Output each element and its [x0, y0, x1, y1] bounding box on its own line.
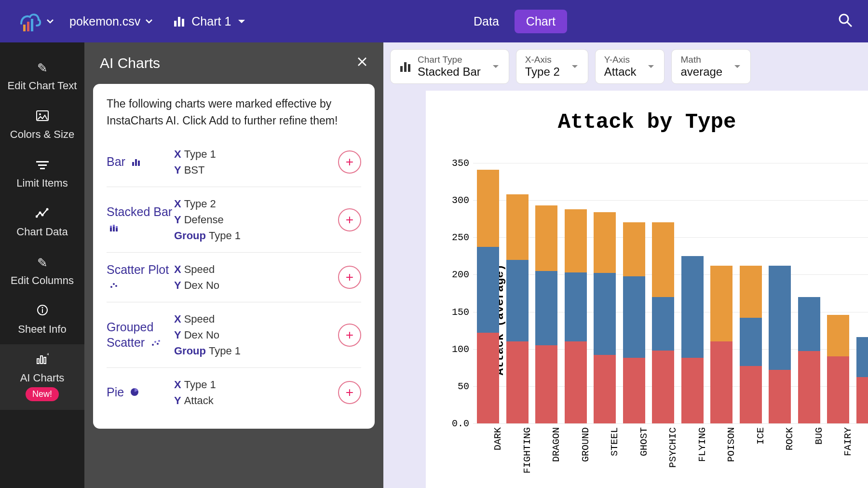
sidebar-limit-items[interactable]: Limit Items: [0, 149, 84, 198]
pie-icon: [130, 389, 139, 398]
svg-point-33: [110, 286, 112, 288]
svg-point-6: [840, 14, 848, 23]
bar-segment: [623, 276, 645, 358]
svg-rect-4: [178, 17, 180, 27]
bar-segment: [827, 315, 849, 356]
svg-rect-1: [27, 22, 29, 31]
bar-column: [681, 256, 704, 423]
chevron-down-icon: [237, 16, 246, 26]
svg-rect-10: [36, 161, 49, 163]
svg-point-39: [158, 340, 160, 342]
sidebar-ai-charts[interactable]: + AI Charts New!: [0, 344, 84, 410]
bar-segment: [506, 194, 529, 260]
ai-charts-panel: AI Charts The following charts were mark…: [84, 42, 383, 488]
sidebar-sheet-info[interactable]: Sheet Info: [0, 296, 84, 344]
add-suggestion-button[interactable]: +: [338, 324, 361, 347]
bar-segment: [740, 318, 762, 366]
bar-column: [769, 266, 791, 423]
bar-segment: [769, 370, 791, 423]
bar-segment: [740, 366, 762, 423]
chevron-down-icon: [733, 62, 742, 71]
bar-column: [798, 297, 820, 423]
add-suggestion-button[interactable]: +: [338, 266, 361, 289]
sidebar: ✎ Edit Chart Text Colors & Size Limit It…: [0, 42, 84, 488]
bar-segment: [710, 341, 732, 423]
x-tick-label: BUG: [814, 427, 825, 445]
y-axis-selector[interactable]: Y-AxisAttack: [595, 49, 665, 84]
chart-type-selector[interactable]: Chart TypeStacked Bar: [390, 49, 509, 84]
bar-segment: [798, 351, 820, 423]
search-button[interactable]: [837, 12, 854, 30]
y-tick-label: 350: [452, 158, 469, 169]
svg-rect-3: [174, 21, 176, 27]
bar-segment: [477, 333, 499, 423]
svg-rect-12: [40, 168, 45, 169]
svg-text:+: +: [47, 353, 49, 357]
bar-column: [535, 205, 557, 423]
x-tick-label: ICE: [755, 427, 766, 445]
gridline: [473, 200, 868, 201]
y-tick-label: 300: [452, 195, 469, 206]
image-icon: [36, 109, 49, 124]
x-tick-label: FLYING: [697, 427, 708, 462]
bar-column: [827, 315, 849, 423]
svg-rect-31: [116, 228, 118, 231]
pencil-icon: ✎: [37, 256, 48, 271]
stacked-bar-icon: [109, 224, 118, 233]
math-selector[interactable]: Mathaverage: [671, 49, 751, 84]
bar-segment: [594, 273, 616, 355]
app-logo[interactable]: [14, 10, 55, 32]
y-tick-label: 250: [452, 232, 469, 243]
info-icon: [37, 304, 48, 319]
tab-data[interactable]: Data: [462, 10, 511, 33]
svg-point-34: [113, 283, 115, 285]
svg-rect-26: [138, 161, 140, 166]
suggestion-name: Scatter Plot: [107, 262, 174, 293]
add-suggestion-button[interactable]: +: [338, 208, 361, 231]
svg-rect-43: [408, 64, 410, 72]
sidebar-chart-data[interactable]: Chart Data: [0, 198, 84, 247]
bar-segment: [506, 260, 529, 342]
close-button[interactable]: [356, 55, 368, 71]
sidebar-colors-size[interactable]: Colors & Size: [0, 101, 84, 149]
svg-rect-25: [135, 159, 137, 166]
svg-rect-20: [37, 359, 39, 364]
panel-title: AI Charts: [100, 55, 160, 71]
x-tick-label: FAIRY: [842, 427, 854, 456]
y-tick-label: 50: [458, 380, 469, 392]
bar-segment: [477, 247, 499, 332]
x-tick-label: PSYCHIC: [667, 427, 678, 468]
x-axis-selector[interactable]: X-AxisType 2: [516, 49, 588, 84]
file-selector[interactable]: pokemon.csv: [69, 14, 154, 28]
bar-segment: [623, 222, 645, 276]
bar-segment: [565, 209, 587, 272]
bar-segment: [856, 337, 868, 377]
y-tick-label: 100: [452, 343, 469, 354]
bar-segment: [594, 212, 616, 273]
x-tick-label: POISON: [726, 427, 737, 462]
chart-name: Chart 1: [191, 14, 231, 28]
bar-segment: [827, 356, 849, 423]
bar-segment: [565, 272, 587, 341]
add-suggestion-button[interactable]: +: [338, 381, 361, 404]
x-tick-label: FIGHTING: [522, 427, 533, 474]
bar-segment: [798, 297, 820, 352]
svg-line-7: [847, 22, 852, 27]
sidebar-edit-columns[interactable]: ✎ Edit Columns: [0, 247, 84, 296]
gridline: [473, 423, 868, 424]
svg-rect-11: [38, 164, 47, 166]
suggestion-name: Stacked Bar: [107, 204, 174, 235]
svg-rect-27: [110, 228, 112, 231]
add-suggestion-button[interactable]: +: [338, 150, 361, 174]
svg-rect-2: [31, 19, 33, 31]
svg-rect-21: [41, 356, 42, 364]
chart-selector[interactable]: Chart 1: [173, 14, 246, 28]
tab-chart[interactable]: Chart: [515, 10, 567, 33]
bar-segment: [740, 266, 762, 318]
svg-point-9: [39, 113, 41, 115]
bar-segment: [681, 358, 704, 423]
bar-segment: [652, 297, 674, 351]
svg-rect-0: [23, 25, 26, 31]
chevron-down-icon: [491, 62, 500, 71]
sidebar-edit-chart-text[interactable]: ✎ Edit Chart Text: [0, 52, 84, 101]
